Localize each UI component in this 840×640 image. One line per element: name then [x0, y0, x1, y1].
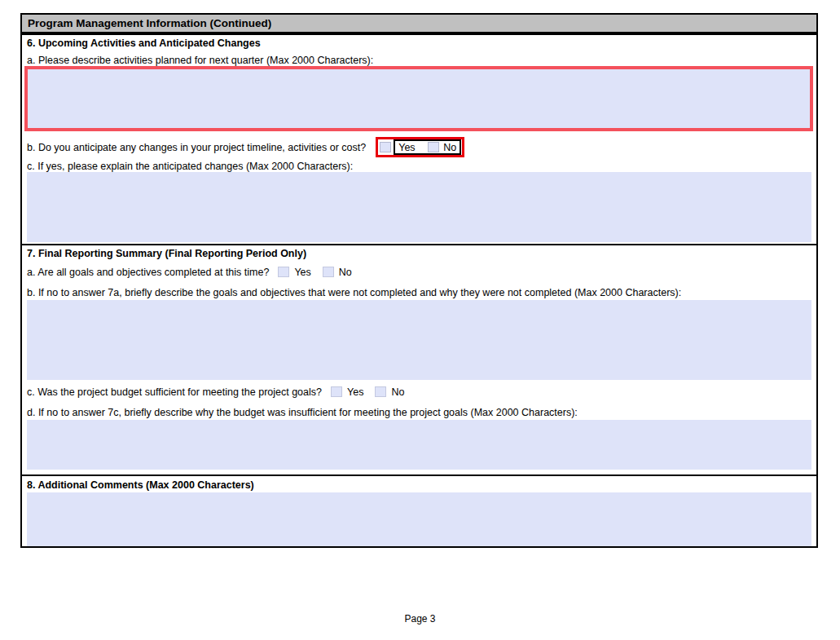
section6b-highlight: Yes No: [376, 137, 464, 157]
section7c-row: c. Was the project budget sufficient for…: [27, 386, 404, 398]
section7d-label: d. If no to answer 7c, briefly describe …: [27, 407, 578, 418]
section7c-yes-checkbox[interactable]: [331, 386, 342, 397]
section6c-label: c. If yes, please explain the anticipate…: [27, 161, 353, 172]
section6a-highlight: [24, 66, 813, 131]
section-divider-6-7: [22, 244, 816, 245]
section6b-no-checkbox[interactable]: [428, 142, 439, 152]
section6-title: 6. Upcoming Activities and Anticipated C…: [27, 38, 261, 49]
section8-textarea[interactable]: [27, 492, 811, 546]
page-title: Program Management Information (Continue…: [28, 17, 271, 29]
section-divider-7-8: [22, 474, 816, 476]
section6b-yesno-outline: Yes No: [394, 139, 461, 155]
section6b-yes-label: Yes: [398, 142, 415, 153]
section7a-no-checkbox[interactable]: [323, 267, 334, 277]
section6b-row: b. Do you anticipate any changes in your…: [27, 137, 464, 157]
section6b-label: b. Do you anticipate any changes in your…: [27, 142, 366, 153]
section7a-label: a. Are all goals and objectives complete…: [27, 267, 269, 278]
section7b-textarea[interactable]: [27, 300, 811, 380]
section6a-textarea[interactable]: [28, 69, 810, 128]
section7a-yes-checkbox[interactable]: [278, 267, 289, 277]
section7-title: 7. Final Reporting Summary (Final Report…: [27, 248, 306, 259]
section6b-yes-checkbox[interactable]: [380, 142, 391, 152]
section6b-no-label: No: [443, 142, 456, 153]
section7d-field-wrap: [27, 420, 811, 470]
form-page: Program Management Information (Continue…: [0, 0, 840, 640]
page-number: Page 3: [0, 613, 840, 625]
section7a-row: a. Are all goals and objectives complete…: [27, 266, 352, 278]
section7c-no-label: No: [391, 386, 404, 398]
section8-title: 8. Additional Comments (Max 2000 Charact…: [27, 479, 254, 491]
page-header: Program Management Information (Continue…: [20, 13, 818, 33]
section7a-yes-label: Yes: [294, 267, 310, 278]
section6b-no-group: No: [428, 142, 456, 153]
section6a-label: a. Please describe activities planned fo…: [27, 55, 373, 66]
section7a-no-label: No: [339, 267, 352, 278]
section7d-textarea[interactable]: [27, 420, 811, 470]
section6c-field-wrap: [27, 172, 811, 242]
section7c-no-checkbox[interactable]: [375, 386, 386, 397]
section6c-textarea[interactable]: [27, 172, 811, 242]
section7c-label: c. Was the project budget sufficient for…: [27, 386, 322, 398]
section7b-label: b. If no to answer 7a, briefly describe …: [27, 287, 681, 298]
section7c-yes-label: Yes: [347, 386, 363, 398]
section8-field-wrap: [27, 492, 811, 546]
form-body: 6. Upcoming Activities and Anticipated C…: [20, 33, 818, 548]
section7b-field-wrap: [27, 300, 811, 380]
